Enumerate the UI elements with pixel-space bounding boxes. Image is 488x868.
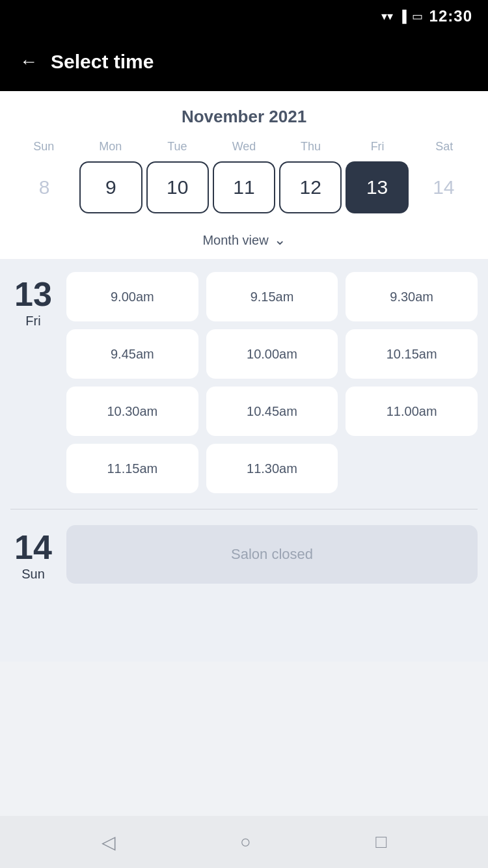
slot-1130am[interactable]: 11.30am — [206, 444, 338, 493]
slot-945am[interactable]: 9.45am — [66, 329, 198, 379]
date-10[interactable]: 10 — [146, 161, 209, 213]
salon-closed-box: Salon closed — [66, 525, 478, 584]
weekday-mon: Mon — [77, 140, 144, 154]
month-title: November 2021 — [10, 107, 478, 127]
day-14-name: Sun — [21, 567, 45, 582]
date-14[interactable]: 14 — [413, 161, 475, 213]
date-9[interactable]: 9 — [79, 161, 142, 213]
date-12[interactable]: 12 — [279, 161, 342, 213]
day-14-number: 14 — [14, 530, 52, 564]
bottom-nav: ◁ ○ □ — [0, 816, 488, 868]
slot-1115am[interactable]: 11.15am — [66, 444, 198, 493]
weekday-sun: Sun — [10, 140, 77, 154]
slot-1045am[interactable]: 10.45am — [206, 387, 338, 436]
nav-home-icon[interactable]: ○ — [240, 832, 251, 852]
back-button[interactable]: ← — [20, 51, 38, 72]
slot-1030am[interactable]: 10.30am — [66, 387, 198, 436]
day-13-number: 13 — [14, 277, 52, 311]
slot-915am[interactable]: 9.15am — [206, 272, 338, 321]
chevron-down-icon: ⌄ — [274, 232, 286, 249]
month-view-label: Month view — [202, 233, 268, 248]
battery-icon: ▭ — [412, 9, 423, 23]
nav-back-icon[interactable]: ◁ — [102, 832, 116, 853]
timeslots-section: 13 Fri 9.00am 9.15am 9.30am 9.45am 10.00… — [0, 259, 488, 662]
weekday-thu: Thu — [277, 140, 344, 154]
weekday-wed: Wed — [211, 140, 278, 154]
weekday-tue: Tue — [144, 140, 211, 154]
nav-recent-icon[interactable]: □ — [375, 832, 386, 852]
status-icons: ▾▾ ▐ ▭ — [381, 9, 423, 23]
weekday-fri: Fri — [344, 140, 411, 154]
page-title: Select time — [51, 51, 154, 73]
date-row: 8 9 10 11 12 13 14 — [10, 161, 478, 213]
calendar-section: November 2021 Sun Mon Tue Wed Thu Fri Sa… — [0, 91, 488, 259]
slot-1100am[interactable]: 11.00am — [346, 387, 478, 436]
day-divider — [10, 509, 478, 509]
salon-closed-text: Salon closed — [231, 546, 313, 563]
day-13-name: Fri — [25, 314, 40, 329]
wifi-icon: ▾▾ — [381, 9, 393, 23]
date-11[interactable]: 11 — [213, 161, 275, 213]
date-8[interactable]: 8 — [13, 161, 75, 213]
day-14-block: 14 Sun Salon closed — [10, 525, 478, 584]
app-header: ← Select time — [0, 33, 488, 91]
signal-icon: ▐ — [398, 10, 407, 23]
day-13-block: 13 Fri 9.00am 9.15am 9.30am 9.45am 10.00… — [10, 272, 478, 493]
date-13[interactable]: 13 — [346, 161, 408, 213]
day-14-label: 14 Sun — [10, 525, 56, 584]
slot-900am[interactable]: 9.00am — [66, 272, 198, 321]
day-13-label: 13 Fri — [10, 272, 56, 493]
weekday-row: Sun Mon Tue Wed Thu Fri Sat — [10, 140, 478, 154]
weekday-sat: Sat — [411, 140, 478, 154]
slots-grid-13: 9.00am 9.15am 9.30am 9.45am 10.00am 10.1… — [66, 272, 478, 493]
status-time: 12:30 — [429, 7, 472, 25]
month-view-toggle[interactable]: Month view ⌄ — [10, 225, 478, 259]
status-bar: ▾▾ ▐ ▭ 12:30 — [0, 0, 488, 33]
slot-1000am[interactable]: 10.00am — [206, 329, 338, 379]
slot-1015am[interactable]: 10.15am — [346, 329, 478, 379]
slot-930am[interactable]: 9.30am — [346, 272, 478, 321]
